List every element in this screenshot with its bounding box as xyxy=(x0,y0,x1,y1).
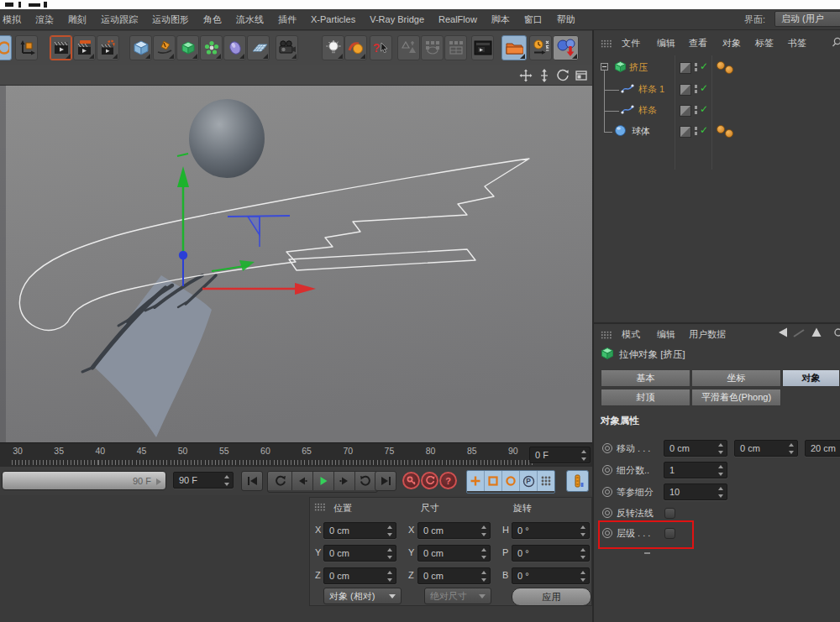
tag-icon[interactable] xyxy=(725,129,733,138)
layer-icon[interactable] xyxy=(680,62,691,74)
maximize-icon[interactable] xyxy=(575,69,588,82)
selection-ring-icon[interactable] xyxy=(0,35,12,60)
axis-move-icon[interactable] xyxy=(15,35,38,60)
render-settings-icon[interactable] xyxy=(97,35,119,60)
am-menu-item[interactable]: 用户数据 xyxy=(689,328,726,341)
stepper-icon[interactable] xyxy=(717,442,725,455)
menubar-item[interactable]: 雕刻 xyxy=(68,13,87,26)
apply-button[interactable]: 应用 xyxy=(512,588,591,606)
isoparm-subdivision-field[interactable]: 10 xyxy=(664,483,727,500)
size-x-field[interactable]: 0 cm xyxy=(417,522,491,539)
collapse-icon[interactable] xyxy=(601,63,608,71)
history-forward-icon[interactable] xyxy=(792,327,806,340)
enabled-check-icon[interactable]: ✓ xyxy=(700,60,708,72)
menubar-item[interactable]: 运动跟踪 xyxy=(101,13,138,26)
key-pla-toggle[interactable] xyxy=(538,471,554,491)
stepper-icon[interactable] xyxy=(480,525,488,537)
record-options-button[interactable]: ? xyxy=(439,472,457,489)
interface-dropdown[interactable]: 启动 (用户 xyxy=(774,11,840,27)
flip-normals-checkbox[interactable] xyxy=(664,508,675,519)
movement-y-field[interactable]: 0 cm xyxy=(734,440,798,457)
stepper-icon[interactable] xyxy=(580,547,587,560)
om-menu-item[interactable]: 标签 xyxy=(755,37,774,50)
menubar-item[interactable]: 插件 xyxy=(278,13,297,26)
stepper-icon[interactable] xyxy=(717,486,725,499)
menubar-item[interactable]: 模拟 xyxy=(3,13,21,26)
menubar-item[interactable]: 窗口 xyxy=(524,13,543,26)
layer-icon[interactable] xyxy=(680,84,691,96)
end-frame-spinner[interactable]: 0 F xyxy=(529,447,591,463)
om-menu-item[interactable]: 编辑 xyxy=(657,37,675,50)
layer-icon[interactable] xyxy=(680,126,691,138)
mograph-array-icon[interactable] xyxy=(200,35,223,60)
visibility-dots-icon[interactable] xyxy=(694,62,698,72)
cube-primitive-icon[interactable] xyxy=(129,35,152,60)
autokey-button[interactable] xyxy=(421,472,438,489)
stepper-icon[interactable] xyxy=(386,547,394,560)
om-menu-item[interactable]: 查看 xyxy=(689,37,707,50)
sky-icon[interactable] xyxy=(344,35,367,60)
key-parameter-toggle[interactable]: P xyxy=(520,471,538,491)
search-icon[interactable] xyxy=(832,327,840,340)
object-name[interactable]: 挤压 xyxy=(629,61,648,74)
stepper-icon[interactable] xyxy=(788,442,795,455)
stepper-icon[interactable] xyxy=(580,525,587,537)
keyable-dot-icon[interactable] xyxy=(602,443,612,453)
tab-coordinates[interactable]: 坐标 xyxy=(691,369,781,387)
menubar-item[interactable]: X-Particles xyxy=(311,14,355,24)
size-z-field[interactable]: 0 cm xyxy=(417,567,491,584)
stepper-icon[interactable] xyxy=(580,570,587,583)
go-to-start-button[interactable] xyxy=(241,471,263,491)
panel-grip-icon[interactable] xyxy=(601,39,612,49)
uv-grid-2-icon[interactable] xyxy=(444,35,467,60)
viewport-canvas[interactable] xyxy=(0,86,592,442)
up-level-icon[interactable] xyxy=(811,327,824,340)
stepper-icon[interactable] xyxy=(717,464,725,477)
object-row[interactable]: 球体 ✓ xyxy=(594,122,840,141)
layer-icon[interactable] xyxy=(680,105,691,117)
metaball-icon[interactable] xyxy=(223,35,246,60)
uv-grid-1-icon[interactable] xyxy=(421,35,444,60)
menubar-item[interactable]: 流水线 xyxy=(236,13,264,26)
play-loop-button[interactable] xyxy=(268,472,292,490)
tab-caps[interactable]: 封顶 xyxy=(601,389,690,406)
menubar-item[interactable]: 角色 xyxy=(203,13,222,26)
timeline-ruler[interactable]: 30 35 40 45 50 55 60 65 70 75 80 85 90 0… xyxy=(0,442,592,467)
section-header[interactable]: 对象属性 xyxy=(601,415,639,427)
pan-icon[interactable] xyxy=(519,69,533,82)
menubar-item[interactable]: 运动图形 xyxy=(152,13,189,26)
spline-pen-icon[interactable] xyxy=(153,35,176,60)
render-picture-viewer-icon[interactable] xyxy=(73,35,96,60)
key-rotation-toggle[interactable] xyxy=(502,471,520,491)
object-row[interactable]: 挤压 ✓ xyxy=(594,58,840,77)
previous-frame-button[interactable] xyxy=(292,472,313,490)
position-z-field[interactable]: 0 cm xyxy=(323,567,396,584)
rotate-icon[interactable] xyxy=(556,69,570,82)
enabled-check-icon[interactable]: ✓ xyxy=(700,124,708,136)
next-frame-button[interactable] xyxy=(334,472,355,490)
stepper-icon[interactable] xyxy=(223,474,231,487)
record-keyframe-button[interactable] xyxy=(402,472,420,489)
om-menu-item[interactable]: 对象 xyxy=(722,37,741,50)
menubar-item[interactable]: RealFlow xyxy=(438,14,477,24)
polygon-tools-icon[interactable] xyxy=(397,35,420,60)
search-icon[interactable] xyxy=(832,37,840,47)
tag-icon[interactable] xyxy=(717,61,725,70)
visibility-dots-icon[interactable] xyxy=(694,84,698,94)
keyframe-selection-button[interactable] xyxy=(566,470,589,492)
dynamics-spheres-icon[interactable] xyxy=(553,35,579,60)
extrude-generator-icon[interactable] xyxy=(176,35,199,60)
current-frame-field[interactable]: 90 F xyxy=(173,472,234,489)
keyable-dot-icon[interactable] xyxy=(602,465,612,475)
light-icon[interactable] xyxy=(322,35,344,60)
visibility-dots-icon[interactable] xyxy=(694,105,698,115)
origin-point[interactable] xyxy=(179,251,187,259)
om-menu-item[interactable]: 书签 xyxy=(788,37,806,50)
camera-icon[interactable] xyxy=(276,35,298,60)
render-view-icon[interactable] xyxy=(50,35,72,60)
visibility-dots-icon[interactable] xyxy=(694,126,698,136)
object-row[interactable]: 样条 1 ✓ xyxy=(594,80,840,99)
render-window-icon[interactable] xyxy=(471,35,494,60)
stepper-icon[interactable] xyxy=(580,449,588,462)
go-to-end-button[interactable] xyxy=(375,471,396,491)
